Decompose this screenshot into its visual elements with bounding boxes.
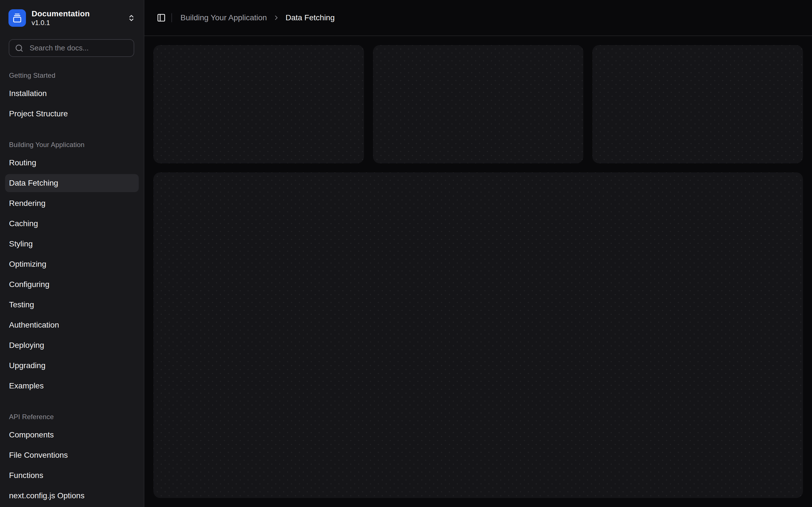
team-name: Documentation	[32, 9, 128, 18]
topbar: Building Your Application Data Fetching	[144, 0, 812, 36]
sidebar-item-authentication[interactable]: Authentication	[5, 316, 139, 334]
breadcrumb: Building Your Application Data Fetching	[181, 13, 335, 22]
placeholder-card-3	[592, 45, 803, 163]
team-text: Documentation v1.0.1	[32, 9, 128, 27]
team-switcher-button[interactable]: Documentation v1.0.1	[4, 7, 139, 29]
sidebar-item-data-fetching[interactable]: Data Fetching	[5, 174, 139, 192]
sidebar-item-caching[interactable]: Caching	[5, 215, 139, 233]
sidebar-item-upgrading[interactable]: Upgrading	[5, 356, 139, 375]
team-version: v1.0.1	[32, 18, 128, 27]
sidebar-item-styling[interactable]: Styling	[5, 235, 139, 253]
app-root: Documentation v1.0.1 Getting Started Ins…	[0, 0, 812, 507]
sidebar-item-routing[interactable]: Routing	[5, 154, 139, 172]
placeholder-card-large	[153, 172, 803, 498]
panel-left-icon	[157, 13, 166, 22]
sidebar-item-optimizing[interactable]: Optimizing	[5, 255, 139, 273]
nav-group-building-your-application: Building Your Application Routing Data F…	[5, 141, 139, 395]
breadcrumb-parent[interactable]: Building Your Application	[181, 13, 267, 22]
content	[144, 36, 812, 507]
sidebar-item-project-structure[interactable]: Project Structure	[5, 105, 139, 123]
group-label: Getting Started	[5, 71, 139, 79]
sidebar-item-examples[interactable]: Examples	[5, 377, 139, 395]
search-input[interactable]	[9, 39, 134, 57]
sidebar-nav: Getting Started Installation Project Str…	[0, 71, 144, 507]
sidebar-item-file-conventions[interactable]: File Conventions	[5, 446, 139, 464]
sidebar-item-configuring[interactable]: Configuring	[5, 276, 139, 293]
sidebar-item-deploying[interactable]: Deploying	[5, 336, 139, 354]
breadcrumb-current: Data Fetching	[286, 13, 335, 22]
group-label: API Reference	[5, 413, 139, 421]
sidebar-item-testing[interactable]: Testing	[5, 296, 139, 314]
gallery-vertical-end-icon	[8, 9, 26, 27]
sidebar-item-components[interactable]: Components	[5, 426, 139, 444]
placeholder-card-1	[153, 45, 364, 163]
nav-group-getting-started: Getting Started Installation Project Str…	[5, 71, 139, 123]
topbar-divider	[171, 13, 172, 22]
sidebar: Documentation v1.0.1 Getting Started Ins…	[0, 0, 144, 507]
placeholder-card-2	[373, 45, 583, 163]
sidebar-toggle-button[interactable]	[153, 10, 169, 25]
chevron-right-icon	[273, 14, 280, 21]
nav-group-api-reference: API Reference Components File Convention…	[5, 413, 139, 505]
search-container	[9, 39, 134, 57]
placeholder-card-row	[153, 45, 803, 163]
group-label: Building Your Application	[5, 141, 139, 149]
sidebar-item-functions[interactable]: Functions	[5, 466, 139, 485]
chevrons-up-down-icon	[128, 14, 135, 22]
sidebar-item-next-config-js-options[interactable]: next.config.js Options	[5, 487, 139, 505]
sidebar-item-rendering[interactable]: Rendering	[5, 194, 139, 212]
main-area: Building Your Application Data Fetching	[144, 0, 812, 507]
search-icon	[15, 44, 23, 52]
sidebar-item-installation[interactable]: Installation	[5, 84, 139, 103]
